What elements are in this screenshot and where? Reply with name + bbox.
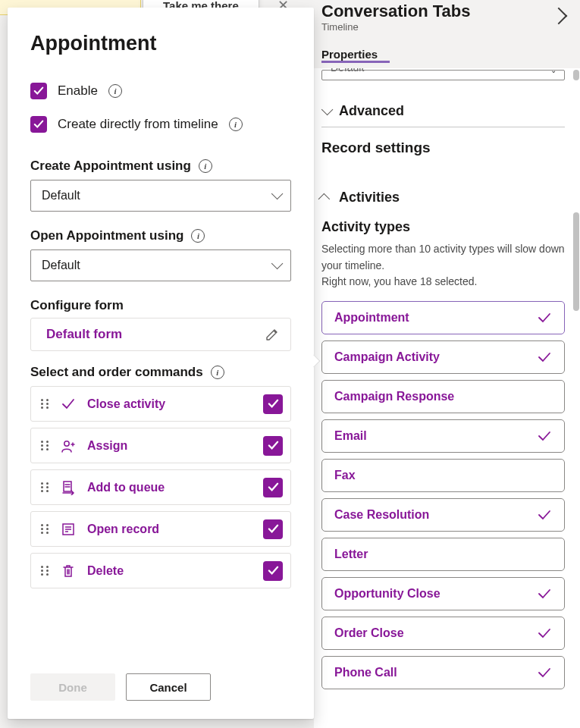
check-icon — [537, 310, 552, 325]
activity-type-label: Case Resolution — [334, 508, 429, 522]
activity-type-label: Opportunity Close — [334, 587, 440, 601]
activity-type-label: Campaign Activity — [334, 350, 440, 364]
checkbox-checked-icon[interactable] — [263, 436, 283, 456]
activity-type-item[interactable]: Fax — [321, 459, 565, 492]
activity-type-label: Order Close — [334, 626, 404, 640]
checkbox-checked-icon[interactable] — [263, 519, 283, 539]
check-icon — [537, 586, 552, 601]
open-using-select[interactable]: Default — [30, 249, 291, 281]
command-item[interactable]: Assign — [30, 428, 291, 463]
info-icon[interactable]: i — [211, 366, 224, 379]
drag-handle-icon[interactable] — [39, 441, 49, 450]
tab-properties[interactable]: Properties — [321, 48, 378, 62]
info-icon[interactable]: i — [191, 229, 205, 243]
activity-type-item[interactable]: Phone Call — [321, 656, 565, 689]
chevron-down-icon — [271, 189, 280, 202]
info-icon[interactable]: i — [229, 118, 243, 131]
configure-form-row[interactable]: Default form — [30, 318, 291, 351]
advanced-section-toggle[interactable]: Advanced — [321, 96, 565, 127]
dialog-footer: Done Cancel — [8, 658, 314, 719]
activity-type-label: Appointment — [334, 311, 409, 325]
open-using-label: Open Appointment using — [30, 228, 183, 243]
command-label: Delete — [87, 564, 252, 578]
command-label: Add to queue — [87, 481, 252, 494]
chevron-down-icon: ⌄ — [550, 68, 556, 74]
record-settings-heading: Record settings — [321, 127, 565, 161]
activity-type-label: Fax — [334, 469, 356, 482]
scrollbar-track[interactable] — [569, 68, 580, 728]
chevron-right-icon[interactable] — [553, 10, 565, 25]
activity-type-label: Letter — [334, 548, 368, 561]
checkbox-checked-icon[interactable] — [30, 83, 47, 99]
create-directly-checkbox-row[interactable]: Create directly from timeline i — [30, 116, 291, 133]
open-icon — [60, 522, 77, 537]
truncated-select[interactable]: Default ⌄ — [321, 70, 565, 80]
commands-label: Select and order commands — [30, 365, 203, 380]
check-icon — [537, 350, 552, 365]
chevron-up-icon — [321, 191, 330, 205]
enable-label: Enable — [58, 83, 98, 99]
info-icon[interactable]: i — [108, 84, 122, 98]
done-button[interactable]: Done — [30, 673, 115, 701]
activity-type-item[interactable]: Campaign Response — [321, 380, 565, 413]
drag-handle-icon[interactable] — [39, 482, 49, 492]
check-icon — [60, 397, 77, 412]
svg-point-0 — [64, 441, 69, 445]
cancel-button[interactable]: Cancel — [126, 673, 211, 701]
checkbox-checked-icon[interactable] — [263, 394, 283, 414]
check-icon — [537, 428, 552, 444]
check-icon — [537, 626, 552, 641]
command-item[interactable]: Open record — [30, 511, 291, 547]
queue-icon — [60, 480, 77, 495]
activity-types-heading: Activity types — [321, 213, 565, 241]
info-icon[interactable]: i — [199, 159, 212, 173]
command-label: Assign — [87, 439, 252, 453]
chevron-down-icon — [271, 259, 280, 272]
drag-handle-icon[interactable] — [39, 566, 49, 576]
scroll-up-button[interactable] — [573, 70, 579, 80]
drag-handle-icon[interactable] — [39, 399, 49, 409]
edit-icon[interactable] — [265, 327, 280, 342]
create-using-label: Create Appointment using — [30, 158, 191, 174]
activity-type-item[interactable]: Campaign Activity — [321, 340, 565, 374]
enable-checkbox-row[interactable]: Enable i — [30, 83, 291, 99]
side-panel-subtitle: Timeline — [321, 21, 470, 33]
activity-type-item[interactable]: Order Close — [321, 617, 565, 650]
command-item[interactable]: Close activity — [30, 386, 291, 422]
checkbox-checked-icon[interactable] — [263, 561, 283, 581]
activities-section-toggle[interactable]: Activities — [321, 182, 565, 213]
appointment-dialog: Appointment Enable i Create directly fro… — [8, 8, 314, 719]
activity-type-item[interactable]: Opportunity Close — [321, 577, 565, 610]
checkbox-checked-icon[interactable] — [30, 116, 47, 133]
dialog-title: Appointment — [30, 32, 291, 55]
configure-form-label: Configure form — [30, 298, 124, 313]
create-directly-label: Create directly from timeline — [58, 117, 218, 132]
scroll-thumb[interactable] — [573, 212, 579, 311]
activity-types-helper: Selecting more than 10 activity types wi… — [321, 241, 565, 301]
checkbox-checked-icon[interactable] — [263, 478, 283, 497]
activity-type-list: AppointmentCampaign ActivityCampaign Res… — [321, 301, 565, 689]
chevron-down-icon — [321, 105, 330, 118]
activity-type-item[interactable]: Case Resolution — [321, 498, 565, 532]
command-list: Close activityAssignAdd to queueOpen rec… — [30, 386, 291, 588]
activity-type-label: Phone Call — [334, 666, 397, 679]
side-panel-title: Conversation Tabs — [321, 2, 470, 21]
command-label: Open record — [87, 522, 252, 536]
assign-icon — [60, 438, 77, 453]
activity-type-label: Campaign Response — [334, 390, 454, 403]
side-panel-body: Default ⌄ Advanced Record settings Activ… — [314, 68, 580, 728]
trash-icon — [60, 563, 77, 579]
command-item[interactable]: Add to queue — [30, 469, 291, 505]
command-label: Close activity — [87, 397, 252, 411]
command-item[interactable]: Delete — [30, 553, 291, 588]
check-icon — [537, 507, 552, 522]
side-panel-header: Conversation Tabs Timeline Properties — [314, 0, 580, 68]
activity-type-item[interactable]: Appointment — [321, 301, 565, 334]
create-using-select[interactable]: Default — [30, 180, 291, 212]
activity-type-item[interactable]: Email — [321, 419, 565, 453]
check-icon — [537, 665, 552, 680]
activity-type-item[interactable]: Letter — [321, 538, 565, 571]
drag-handle-icon[interactable] — [39, 524, 49, 534]
activity-type-label: Email — [334, 429, 367, 443]
